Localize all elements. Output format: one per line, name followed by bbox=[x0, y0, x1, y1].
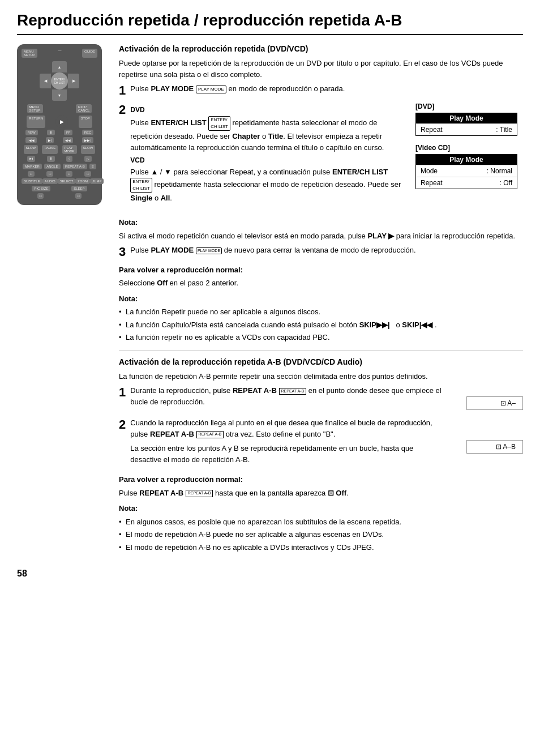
vcd-text: Pulse ▲ / ▼ para seleccionar Repeat, y a… bbox=[130, 166, 404, 203]
nota3-bullets: En algunos casos, es posible que no apar… bbox=[119, 516, 523, 553]
remote-control-image: MENUSETUP ― GUIDE ▲ ▼ ◀ ▶ ENTER/CH LIST … bbox=[17, 44, 108, 557]
section1-header: Activación de la reproducción repetida (… bbox=[119, 44, 523, 53]
step3-text: Pulse PLAY MODE PLAY MODE de nuevo para … bbox=[130, 245, 523, 256]
nota1-text: Si activa el modo repetición cuando el t… bbox=[119, 230, 523, 242]
bullet2: La función Capítulo/Pista está cancelada… bbox=[119, 319, 523, 331]
vcd-display-header: Play Mode bbox=[416, 155, 517, 165]
s2-step1-area: 1 Durante la reproducción, pulse REPEAT … bbox=[119, 385, 523, 411]
nota1-header: Nota: bbox=[119, 217, 523, 228]
s2-bullet1: En algunos casos, es posible que no apar… bbox=[119, 516, 523, 528]
bullet3: La función repetir no es aplicable a VCD… bbox=[119, 332, 523, 343]
s2-step1-text: Durante la reproducción, pulse REPEAT A-… bbox=[130, 385, 444, 407]
s2-step2-screen: ⊡ A–B bbox=[466, 440, 523, 454]
page-number: 58 bbox=[17, 569, 523, 579]
s2-bullet2: El modo de repetición A-B puede no ser a… bbox=[119, 529, 523, 540]
s2-step1-block: 1 Durante la reproducción, pulse REPEAT … bbox=[119, 385, 444, 411]
normal2-text: Pulse REPEAT A-B REPEAT A-B hasta que en… bbox=[119, 488, 523, 499]
s2-step1-screen: ⊡ A– bbox=[466, 396, 523, 410]
normal1-header: Para volver a reproducción normal: bbox=[119, 264, 523, 276]
dvd-display-label: [DVD] bbox=[415, 102, 523, 110]
section2-intro: La función de repetición A-B permite rep… bbox=[119, 371, 523, 382]
step2-block: 2 DVD Pulse ENTER/CH LIST ENTER/CH LIST … bbox=[119, 102, 404, 207]
s2-step2-area: 2 Cuando la reproducción llega al punto … bbox=[119, 417, 523, 468]
step3-block: 3 Pulse PLAY MODE PLAY MODE de nuevo par… bbox=[119, 245, 523, 259]
normal2-header: Para volver a reproducción normal: bbox=[119, 474, 523, 485]
dvd-text: Pulse ENTER/CH LIST ENTER/CH LIST repeti… bbox=[130, 116, 404, 153]
s2-step2-block: 2 Cuando la reproducción llega al punto … bbox=[119, 417, 444, 468]
step1-text: Pulse PLAY MODE PLAY MODE en modo de rep… bbox=[130, 83, 523, 95]
nota3-header: Nota: bbox=[119, 503, 523, 514]
step2-num: 2 bbox=[119, 102, 126, 207]
step3-num: 3 bbox=[119, 245, 126, 259]
nota2-header: Nota: bbox=[119, 293, 523, 305]
dvd-label: DVD bbox=[130, 106, 404, 114]
s2-step2-text1: Cuando la reproducción llega al punto en… bbox=[130, 417, 444, 439]
s2-step1-num: 1 bbox=[119, 385, 126, 411]
vcd-display-row2: Repeat : Off bbox=[416, 177, 517, 189]
section2-header: Activación de la reproducción repetida A… bbox=[119, 357, 523, 366]
vcd-display-box: Play Mode Mode : Normal Repeat : Off bbox=[415, 154, 517, 189]
step1-block: 1 Pulse PLAY MODE PLAY MODE en modo de r… bbox=[119, 83, 523, 98]
section1-intro: Puede optarse por la repetición de la re… bbox=[119, 58, 523, 80]
step1-num: 1 bbox=[119, 83, 126, 98]
vcd-label: VCD bbox=[130, 156, 404, 164]
dvd-display-box: Play Mode Repeat : Title bbox=[415, 113, 517, 136]
step2-area: 2 DVD Pulse ENTER/CH LIST ENTER/CH LIST … bbox=[119, 102, 523, 211]
s2-step2-text2: La sección entre los puntos A y B se rep… bbox=[130, 443, 444, 465]
bullet1: La función Repetir puede no ser aplicabl… bbox=[119, 306, 523, 318]
dvd-display-row1: Repeat : Title bbox=[416, 123, 517, 135]
normal1-text: Seleccione Off en el paso 2 anterior. bbox=[119, 277, 523, 289]
page-title: Reproducción repetida / reproducción rep… bbox=[17, 11, 523, 35]
s2-step2-num: 2 bbox=[119, 417, 126, 468]
vcd-display-row1: Mode : Normal bbox=[416, 165, 517, 177]
vcd-display-label: [Video CD] bbox=[415, 144, 523, 152]
dvd-display-header: Play Mode bbox=[416, 113, 517, 123]
nota2-bullets: La función Repetir puede no ser aplicabl… bbox=[119, 306, 523, 343]
divider bbox=[119, 350, 523, 351]
s2-bullet3: El modo de repetición A-B no es aplicabl… bbox=[119, 542, 523, 553]
